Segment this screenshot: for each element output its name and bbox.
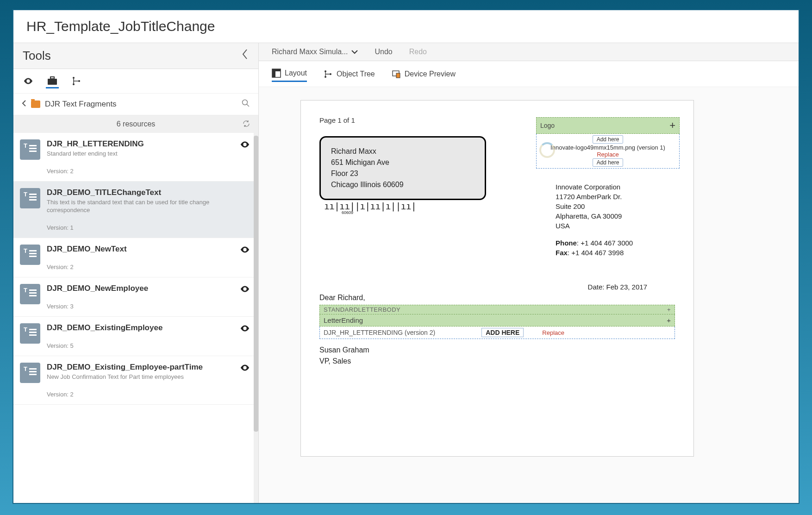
eye-icon[interactable] xyxy=(240,139,250,150)
svg-point-11 xyxy=(244,327,246,329)
recipient-line3: Chicago Illinois 60609 xyxy=(331,179,475,190)
breadcrumb-back-icon[interactable] xyxy=(22,100,26,109)
tab-object-tree[interactable]: Object Tree xyxy=(324,67,375,82)
svg-point-6 xyxy=(243,100,248,105)
company-line3: Alpharetta, GA 30009 xyxy=(556,211,671,221)
resource-body: DJR_DEMO_Existing_Employee-partTime New … xyxy=(47,363,233,398)
standard-body-label: STANDARDLETTERBODY xyxy=(324,306,400,313)
svg-point-0 xyxy=(27,80,29,82)
tab-briefcase[interactable] xyxy=(46,74,59,88)
layout-icon xyxy=(272,69,281,78)
resource-item[interactable]: DJR_HR_LETTERENDING Standard letter endi… xyxy=(13,133,258,182)
resource-count-label: 6 resources xyxy=(117,120,156,128)
replace-link[interactable]: Replace xyxy=(542,329,564,336)
company-address-block: Innovate Corporation 11720 AmberPark Dr.… xyxy=(556,182,671,258)
resource-item[interactable]: DJR_DEMO_Existing_Employee-partTime New … xyxy=(13,356,258,405)
letter-ending-zone-body[interactable]: DJR_HR_LETTERENDING (version 2) ADD HERE… xyxy=(319,327,675,339)
resource-title: DJR_HR_LETTERENDING xyxy=(47,139,233,149)
resource-body: DJR_DEMO_TITLEChangeText This text is th… xyxy=(47,188,250,231)
chevron-down-icon xyxy=(351,49,358,55)
tab-tree[interactable] xyxy=(70,74,83,88)
replace-link[interactable]: Replace xyxy=(539,151,676,158)
resource-item[interactable]: DJR_DEMO_ExistingEmployee Version: 5 xyxy=(13,317,258,356)
document-page[interactable]: Page 1 of 1 Richard Maxx 651 Michigan Av… xyxy=(300,100,694,457)
text-fragment-icon xyxy=(20,188,40,208)
canvas[interactable]: Page 1 of 1 Richard Maxx 651 Michigan Av… xyxy=(259,87,799,503)
phone-label: Phone xyxy=(556,239,577,247)
resource-list: DJR_HR_LETTERENDING Standard letter endi… xyxy=(13,133,258,503)
logo-watermark-icon xyxy=(539,142,555,158)
tab-object-tree-label: Object Tree xyxy=(337,70,375,78)
search-icon[interactable] xyxy=(242,99,250,109)
add-here-bottom[interactable]: Add here xyxy=(593,158,624,167)
logo-drop-zone[interactable]: Logo + Add here Innovate-logo49mmx15mm.p… xyxy=(536,117,680,169)
greeting: Dear Richard, xyxy=(319,294,675,302)
tools-header: Tools xyxy=(13,43,258,69)
logo-filename: Innovate-logo49mmx15mm.png (version 1) xyxy=(539,144,676,151)
tab-device-preview-label: Device Preview xyxy=(405,70,456,78)
resource-count: 6 resources xyxy=(13,115,258,133)
resource-title: DJR_DEMO_TITLEChangeText xyxy=(47,188,250,197)
eye-icon[interactable] xyxy=(240,284,250,294)
resource-desc: New Job Confirmation Text for Part time … xyxy=(47,373,233,381)
svg-point-18 xyxy=(330,73,331,75)
folder-icon xyxy=(31,100,40,108)
resource-item[interactable]: DJR_DEMO_TITLEChangeText This text is th… xyxy=(13,182,258,238)
simulator-dropdown[interactable]: Richard Maxx Simula... xyxy=(272,48,358,56)
breadcrumb-text: DJR Text Fragments xyxy=(45,100,117,109)
logo-zone-body[interactable]: Add here Innovate-logo49mmx15mm.png (ver… xyxy=(536,134,680,169)
resource-body: DJR_DEMO_ExistingEmployee Version: 5 xyxy=(47,323,233,349)
plus-icon[interactable]: + xyxy=(667,306,671,313)
main-area: Tools xyxy=(13,43,799,503)
svg-point-5 xyxy=(78,80,80,82)
letter-body: Dear Richard, STANDARDLETTERBODY + Lette… xyxy=(319,294,675,367)
svg-rect-20 xyxy=(396,73,400,78)
plus-icon[interactable]: + xyxy=(667,316,671,324)
resource-body: DJR_DEMO_NewEmployee Version: 3 xyxy=(47,284,233,310)
ending-filename: DJR_HR_LETTERENDING (version 2) xyxy=(324,329,435,336)
content-toolbar: Richard Maxx Simula... Undo Redo xyxy=(259,43,799,61)
add-here-top[interactable]: Add here xyxy=(593,135,624,144)
resource-title: DJR_DEMO_NewEmployee xyxy=(47,284,233,293)
recipient-address-block[interactable]: Richard Maxx 651 Michigan Ave Floor 23 C… xyxy=(319,136,486,200)
signer-title: VP, Sales xyxy=(319,356,675,367)
text-fragment-icon xyxy=(20,284,40,304)
collapse-sidebar-icon[interactable] xyxy=(241,48,249,64)
eye-icon[interactable] xyxy=(240,323,250,333)
text-fragment-icon xyxy=(20,323,40,344)
recipient-line1: 651 Michigan Ave xyxy=(331,157,475,168)
resource-version: Version: 2 xyxy=(47,391,233,398)
tab-device-preview[interactable]: Device Preview xyxy=(392,67,456,82)
resource-item[interactable]: DJR_DEMO_NewText Version: 2 xyxy=(13,238,258,277)
tree-icon xyxy=(324,69,333,79)
eye-icon[interactable] xyxy=(240,363,250,373)
undo-button[interactable]: Undo xyxy=(375,48,393,56)
add-here-button[interactable]: ADD HERE xyxy=(481,328,524,337)
recipient-name: Richard Maxx xyxy=(331,146,475,157)
eye-icon[interactable] xyxy=(240,245,250,255)
resource-item[interactable]: DJR_DEMO_NewEmployee Version: 3 xyxy=(13,277,258,317)
breadcrumb-row: DJR Text Fragments xyxy=(13,94,258,115)
resource-body: DJR_HR_LETTERENDING Standard letter endi… xyxy=(47,139,233,175)
company-fax-row: Fax: +1 404 467 3998 xyxy=(556,248,671,258)
resource-version: Version: 3 xyxy=(47,303,233,310)
text-fragment-icon xyxy=(20,245,40,265)
svg-point-10 xyxy=(244,288,246,290)
resource-version: Version: 5 xyxy=(47,342,233,349)
refresh-icon[interactable] xyxy=(243,120,250,129)
plus-icon[interactable]: + xyxy=(669,119,675,132)
redo-button[interactable]: Redo xyxy=(409,48,427,56)
app-window: HR_Template_JobTitleChange Tools xyxy=(13,10,799,503)
scrollbar-thumb[interactable] xyxy=(254,136,258,432)
tab-layout[interactable]: Layout xyxy=(272,66,307,82)
scrollbar-track[interactable] xyxy=(254,133,258,503)
company-name: Innovate Corporation xyxy=(556,182,671,192)
resource-title: DJR_DEMO_ExistingEmployee xyxy=(47,323,233,333)
svg-rect-1 xyxy=(48,79,57,85)
svg-point-16 xyxy=(325,70,326,72)
resource-version: Version: 1 xyxy=(47,224,250,231)
letter-ending-label: LetterEnding xyxy=(324,316,363,324)
svg-point-12 xyxy=(244,367,246,369)
letter-drop-zone[interactable]: STANDARDLETTERBODY + LetterEnding + DJR_… xyxy=(319,305,675,339)
tab-visibility[interactable] xyxy=(22,74,35,88)
